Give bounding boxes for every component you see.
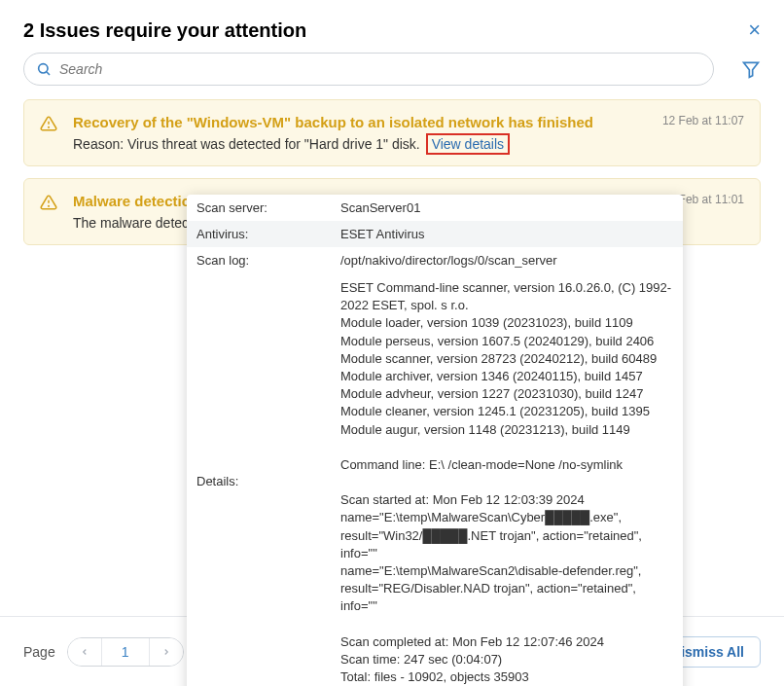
pager-next-button[interactable] bbox=[150, 638, 183, 666]
close-button[interactable]: × bbox=[748, 18, 761, 43]
chevron-right-icon bbox=[161, 647, 171, 657]
details-popover: Scan server: ScanServer01 Antivirus: ESE… bbox=[187, 195, 683, 686]
popover-label: Scan log: bbox=[196, 253, 340, 268]
page-title: 2 Issues require your attention bbox=[23, 19, 306, 42]
popover-value: ScanServer01 bbox=[340, 200, 673, 215]
popover-details-row: Details: ESET Command-line scanner, vers… bbox=[187, 273, 683, 686]
svg-line-1 bbox=[47, 72, 50, 75]
alert-triangle-icon bbox=[40, 115, 57, 132]
pager-page-number[interactable]: 1 bbox=[101, 638, 150, 666]
search-icon bbox=[36, 61, 52, 77]
issue-timestamp: Feb at 11:01 bbox=[679, 193, 744, 206]
view-details-link[interactable]: View details bbox=[426, 133, 510, 155]
search-box[interactable] bbox=[23, 53, 714, 86]
svg-marker-2 bbox=[744, 62, 759, 77]
svg-point-4 bbox=[49, 126, 50, 127]
issue-card: Recovery of the "Windows-VM" backup to a… bbox=[23, 99, 761, 166]
pager-prev-button[interactable] bbox=[68, 638, 101, 666]
popover-value: ESET Antivirus bbox=[340, 227, 673, 241]
issue-description: Reason: Virus threat was detected for "H… bbox=[73, 136, 651, 152]
popover-label: Antivirus: bbox=[196, 227, 340, 241]
filter-icon[interactable] bbox=[741, 59, 761, 79]
popover-row: Scan log: /opt/nakivo/director/logs/0/sc… bbox=[187, 247, 683, 273]
pager: 1 bbox=[67, 637, 184, 667]
popover-details-text: ESET Command-line scanner, version 16.0.… bbox=[340, 279, 673, 686]
popover-row: Antivirus: ESET Antivirus bbox=[187, 221, 683, 247]
alert-triangle-icon bbox=[40, 194, 57, 211]
search-input[interactable] bbox=[52, 60, 705, 78]
issue-timestamp: 12 Feb at 11:07 bbox=[662, 114, 744, 127]
svg-point-6 bbox=[49, 205, 50, 206]
popover-label: Scan server: bbox=[196, 200, 340, 215]
popover-value: /opt/nakivo/director/logs/0/scan_server bbox=[340, 253, 673, 268]
issue-title: Recovery of the "Windows-VM" backup to a… bbox=[73, 114, 651, 130]
popover-row: Scan server: ScanServer01 bbox=[187, 195, 683, 221]
chevron-left-icon bbox=[80, 647, 89, 657]
svg-point-0 bbox=[39, 64, 48, 73]
popover-label: Details: bbox=[196, 279, 340, 686]
page-label: Page bbox=[23, 644, 55, 660]
